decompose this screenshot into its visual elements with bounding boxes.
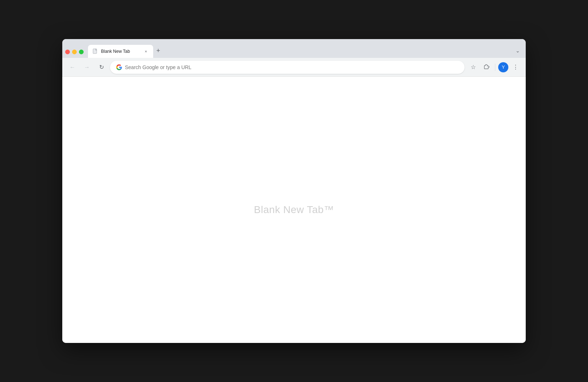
browser-window: Blank New Tab × + ⌄ ← → ↻: [62, 39, 526, 343]
extensions-button[interactable]: [480, 61, 492, 73]
bookmark-button[interactable]: ☆: [467, 61, 479, 73]
back-icon: ←: [70, 64, 75, 71]
window-controls: [65, 50, 84, 54]
toolbar-right-controls: ☆ Y ⋮: [467, 61, 521, 73]
tabs-area: Blank New Tab × + ⌄: [88, 45, 523, 58]
url-input[interactable]: [125, 64, 458, 70]
title-bar: Blank New Tab × + ⌄: [62, 39, 526, 58]
toolbar: ← → ↻ ☆: [62, 58, 526, 77]
maximize-window-button[interactable]: [79, 50, 84, 54]
tab-title: Blank New Tab: [101, 49, 140, 54]
profile-button[interactable]: Y: [498, 62, 508, 72]
tab-close-button[interactable]: ×: [143, 48, 149, 54]
reload-button[interactable]: ↻: [96, 61, 107, 73]
minimize-window-button[interactable]: [72, 50, 77, 54]
bookmark-icon: ☆: [471, 64, 476, 71]
forward-icon: →: [84, 64, 90, 71]
toolbar-divider: [495, 64, 495, 71]
chrome-menu-button[interactable]: ⋮: [510, 61, 521, 73]
tab-favicon-icon: [92, 48, 98, 54]
address-bar[interactable]: [110, 61, 465, 74]
reload-icon: ↻: [99, 64, 104, 71]
page-content: Blank New Tab™: [62, 77, 526, 343]
forward-button[interactable]: →: [81, 61, 93, 73]
profile-icon: Y: [502, 64, 505, 70]
page-watermark: Blank New Tab™: [254, 204, 334, 216]
google-icon: [116, 64, 122, 70]
close-window-button[interactable]: [65, 50, 70, 54]
tab-strip-right-controls: ⌄: [513, 46, 523, 56]
back-button[interactable]: ←: [67, 61, 78, 73]
menu-icon: ⋮: [513, 64, 518, 71]
tab-dropdown-button[interactable]: ⌄: [513, 46, 523, 56]
extensions-icon: [483, 63, 490, 71]
new-tab-button[interactable]: +: [153, 46, 163, 56]
active-tab[interactable]: Blank New Tab ×: [88, 45, 153, 58]
